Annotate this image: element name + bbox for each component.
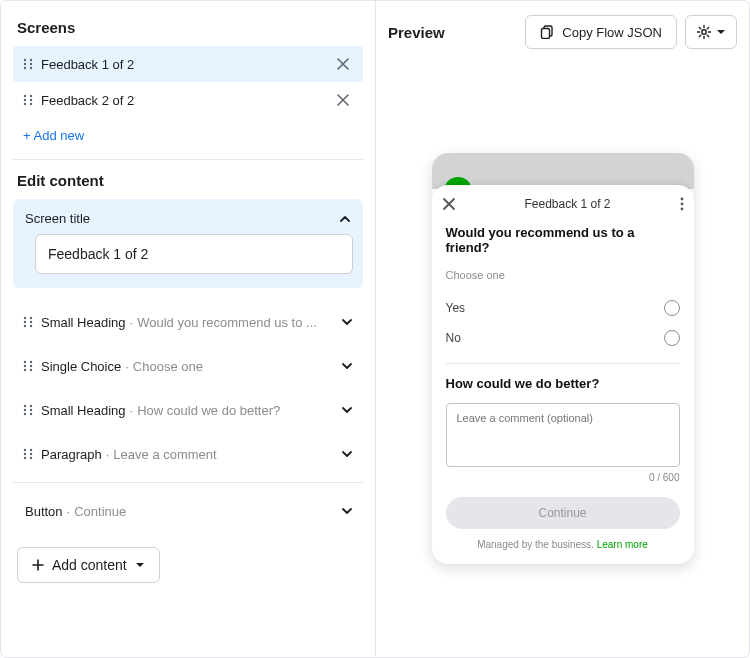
copy-icon [540,25,554,39]
radio-circle-icon [664,300,680,316]
dot-separator: · [125,359,129,374]
svg-point-14 [24,321,26,323]
drag-handle-icon[interactable] [23,94,33,106]
chevron-down-icon [341,316,353,328]
dot-separator: · [106,447,110,462]
drag-handle-icon[interactable] [23,448,33,460]
svg-point-4 [24,67,26,69]
content-summary: Button · Continue [23,504,333,519]
phone-topbar: Feedback 1 of 2 [432,185,694,223]
add-content-button[interactable]: Add content [17,547,160,583]
radio-option-yes[interactable]: Yes [446,293,680,323]
svg-point-31 [30,449,32,451]
phone-title: Feedback 1 of 2 [456,197,680,211]
svg-point-30 [24,449,26,451]
svg-point-27 [30,409,32,411]
screen-title-block: Screen title [13,199,363,288]
learn-more-link[interactable]: Learn more [597,539,648,550]
svg-line-45 [707,27,708,28]
dot-separator: · [67,504,71,519]
svg-point-7 [30,95,32,97]
editor-panel: Screens Feedback 1 of 2 Feedback 2 of 2 … [1,1,376,657]
divider [13,159,363,160]
svg-point-22 [24,369,26,371]
svg-line-43 [699,27,700,28]
content-summary: Small Heading · How could we do better? [41,403,333,418]
edit-content-heading: Edit content [13,172,363,189]
content-row[interactable]: Small Heading · Would you recommend us t… [13,300,363,344]
svg-point-25 [30,405,32,407]
content-row[interactable]: Paragraph · Leave a comment [13,432,363,476]
svg-point-19 [30,361,32,363]
more-icon[interactable] [680,197,684,211]
radio-option-no[interactable]: No [446,323,680,353]
svg-point-3 [30,63,32,65]
screen-row[interactable]: Feedback 2 of 2 [13,82,363,118]
phone-modal: Feedback 1 of 2 Would you recommend us t… [432,185,694,564]
svg-point-38 [702,30,706,34]
svg-point-47 [680,198,683,201]
content-row[interactable]: Single Choice · Choose one [13,344,363,388]
svg-point-24 [24,405,26,407]
chevron-down-icon [341,404,353,416]
content-summary: Small Heading · Would you recommend us t… [41,315,333,330]
svg-point-0 [24,59,26,61]
svg-point-15 [30,321,32,323]
close-icon[interactable] [442,197,456,211]
drag-handle-icon[interactable] [23,360,33,372]
settings-button[interactable] [685,15,737,49]
drag-handle-icon[interactable] [23,316,33,328]
screen-row[interactable]: Feedback 1 of 2 [13,46,363,82]
screen-title-header[interactable]: Screen title [23,205,353,234]
svg-point-13 [30,317,32,319]
svg-point-9 [30,99,32,101]
screens-heading: Screens [13,19,363,36]
divider [446,363,680,364]
divider [13,482,363,483]
continue-button[interactable]: Continue [446,497,680,529]
drag-handle-icon[interactable] [23,58,33,70]
copy-flow-json-button[interactable]: Copy Flow JSON [525,15,677,49]
svg-point-29 [30,413,32,415]
phone-status-bar [432,153,694,189]
svg-line-44 [707,35,708,36]
add-content-label: Add content [52,557,127,573]
preview-panel: Preview Copy Flow JSON [376,1,749,657]
screen-title-input[interactable] [35,234,353,274]
phone-preview-area: Feedback 1 of 2 Would you recommend us t… [388,57,737,643]
managed-footer: Managed by the business. Learn more [446,539,680,550]
delete-screen-icon[interactable] [333,54,353,74]
managed-text: Managed by the business. [477,539,597,550]
content-kind: Button [25,504,63,519]
svg-point-10 [24,103,26,105]
content-row-button[interactable]: Button · Continue [13,489,363,533]
delete-screen-icon[interactable] [333,90,353,110]
chevron-down-icon [341,448,353,460]
content-kind: Single Choice [41,359,121,374]
svg-point-49 [680,208,683,211]
char-counter: 0 / 600 [446,472,680,483]
add-screen-button[interactable]: + Add new [13,118,363,147]
app-root: Screens Feedback 1 of 2 Feedback 2 of 2 … [0,0,750,658]
chevron-down-icon [341,360,353,372]
caret-down-icon [135,560,145,570]
content-summary: Single Choice · Choose one [41,359,333,374]
svg-point-16 [24,325,26,327]
question-heading: How could we do better? [446,376,680,391]
content-summary: Paragraph · Leave a comment [41,447,333,462]
svg-rect-37 [542,29,550,39]
screen-label: Feedback 1 of 2 [41,57,325,72]
svg-point-35 [30,457,32,459]
content-kind: Paragraph [41,447,102,462]
radio-label: Yes [446,301,466,315]
svg-point-5 [30,67,32,69]
comment-input[interactable] [446,403,680,467]
svg-point-2 [24,63,26,65]
choose-one-label: Choose one [446,269,680,281]
content-row[interactable]: Small Heading · How could we do better? [13,388,363,432]
gear-icon [696,24,712,40]
drag-handle-icon[interactable] [23,404,33,416]
svg-point-33 [30,453,32,455]
content-kind: Small Heading [41,403,126,418]
dot-separator: · [130,403,134,418]
